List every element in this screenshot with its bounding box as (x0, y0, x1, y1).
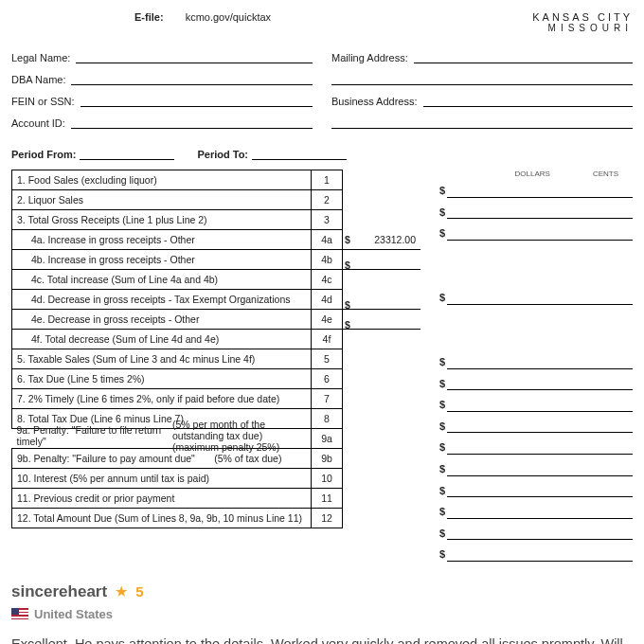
row-4e-label: 4e. Decrease in gross receipts - Other (12, 310, 312, 330)
row-9b-label: 9b. Penalty: "Failure to pay amount due" (17, 453, 195, 464)
dollars-header: DOLLARS (515, 170, 550, 178)
period-from-label: Period From: (11, 149, 76, 160)
row-4b-num: 4b (312, 250, 343, 270)
amount-4f[interactable]: $ (439, 351, 633, 373)
amount-3[interactable]: $ (439, 223, 633, 244)
row-7-label: 7. 2% Timely (Line 6 times 2%, only if p… (12, 389, 312, 409)
row-4d-label: 4d. Decrease in gross receipts - Tax Exe… (12, 290, 312, 310)
row-4f-label: 4f. Total decrease (Sum of Line 4d and 4… (12, 330, 312, 349)
row-3-label: 3. Total Gross Receipts (Line 1 plus Lin… (12, 210, 312, 230)
amount-4c[interactable]: $ (439, 287, 633, 309)
cents-header: CENTS (593, 170, 618, 178)
row-10-label: 10. Interest (5% per annum until tax is … (12, 469, 312, 489)
city-header: KANSAS CITY MISSOURI (532, 11, 633, 33)
mailing-input[interactable] (414, 47, 633, 63)
row-4e-amount[interactable]: $ (343, 310, 421, 330)
tax-table: 1. Food Sales (excluding liquor)1 2. Liq… (11, 170, 420, 528)
row-10-num: 10 (312, 469, 343, 489)
row-4b-amount[interactable]: $ (343, 250, 421, 270)
row-11-num: 11 (312, 489, 343, 509)
row-9a-label: 9a. Penalty: "Failure to file return tim… (17, 424, 172, 447)
us-flag-icon (11, 608, 28, 619)
period-from-input[interactable] (80, 146, 174, 160)
row-1-label: 1. Food Sales (excluding liquor) (12, 170, 312, 190)
row-9b-note: (5% of tax due) (214, 453, 281, 464)
row-4a-amount[interactable]: $23312.00 (343, 230, 421, 250)
amount-9b[interactable]: $ (439, 479, 633, 501)
review-rating: 5 (135, 583, 143, 599)
row-6-num: 6 (312, 369, 343, 389)
amount-9a[interactable]: $ (439, 458, 633, 480)
row-4d-num: 4d (312, 290, 343, 310)
amount-6[interactable]: $ (439, 394, 633, 416)
row-7-num: 7 (312, 389, 343, 409)
amount-1[interactable]: $ (439, 180, 633, 202)
row-4a-label: 4a. Increase in gross receipts - Other (12, 230, 312, 250)
row-6-label: 6. Tax Due (Line 5 times 2%) (12, 369, 312, 389)
mailing-label: Mailing Address: (331, 52, 408, 63)
row-5-num: 5 (312, 349, 343, 369)
mailing-input-2[interactable] (331, 69, 633, 85)
dba-name-label: DBA Name: (11, 74, 65, 85)
amount-12[interactable]: $ (439, 544, 633, 565)
row-8-num: 8 (312, 409, 343, 429)
state-name: MISSOURI (532, 23, 633, 33)
row-2-num: 2 (312, 190, 343, 210)
period-to-input[interactable] (252, 146, 347, 160)
row-4f-num: 4f (312, 330, 343, 349)
reviewer-name: sincereheart (11, 582, 107, 601)
amount-10[interactable]: $ (439, 501, 633, 523)
star-icon: ★ (115, 582, 128, 600)
row-3-num: 3 (312, 210, 343, 230)
account-id-label: Account ID: (11, 117, 65, 129)
row-9a-note: (5% per month of the outstanding tax due… (172, 419, 306, 453)
row-4c-num: 4c (312, 270, 343, 290)
amount-5[interactable]: $ (439, 372, 633, 394)
row-9a-num: 9a (312, 429, 343, 449)
row-4e-num: 4e (312, 310, 343, 330)
period-to-label: Period To: (197, 149, 248, 160)
review-block: sincereheart ★ 5 United States Excellent… (11, 582, 633, 644)
efile-info: E-file: kcmo.gov/quicktax (134, 11, 271, 33)
row-4d-amount[interactable]: $ (343, 290, 421, 310)
row-5-label: 5. Taxable Sales (Sum of Line 3 and 4c m… (12, 349, 312, 369)
account-id-input[interactable] (71, 113, 313, 129)
row-4b-label: 4b. Increase in gross receipts - Other (12, 250, 312, 270)
fein-ssn-input[interactable] (80, 91, 313, 107)
row-4c-label: 4c. Total increase (Sum of Line 4a and 4… (12, 270, 312, 290)
business-input-2[interactable] (331, 113, 633, 129)
legal-name-input[interactable] (76, 47, 313, 63)
reviewer-country: United States (34, 607, 113, 621)
amount-7[interactable]: $ (439, 416, 633, 438)
amount-header: DOLLARS CENTS (439, 170, 633, 178)
amount-8[interactable]: $ (439, 437, 633, 458)
efile-label: E-file: (134, 11, 164, 23)
row-12-num: 12 (312, 509, 343, 528)
dba-name-input[interactable] (71, 69, 313, 85)
business-input[interactable] (423, 91, 634, 107)
efile-url: kcmo.gov/quicktax (186, 11, 271, 23)
amount-11[interactable]: $ (439, 523, 633, 545)
fein-ssn-label: FEIN or SSN: (11, 96, 75, 107)
row-1-num: 1 (312, 170, 343, 190)
row-4a-num: 4a (312, 230, 343, 250)
row-11-label: 11. Previous credit or prior payment (12, 489, 312, 509)
city-name: KANSAS CITY (532, 11, 633, 23)
amount-2[interactable]: $ (439, 202, 633, 224)
review-text: Excellent. He pays attention to the deta… (11, 635, 633, 644)
business-label: Business Address: (331, 96, 418, 107)
row-2-label: 2. Liquor Sales (12, 190, 312, 210)
row-9a-cell: 9a. Penalty: "Failure to file return tim… (12, 429, 312, 442)
row-9b-num: 9b (312, 449, 343, 469)
row-12-label: 12. Total Amount Due (Sum of Lines 8, 9a… (12, 509, 312, 528)
legal-name-label: Legal Name: (11, 52, 70, 63)
